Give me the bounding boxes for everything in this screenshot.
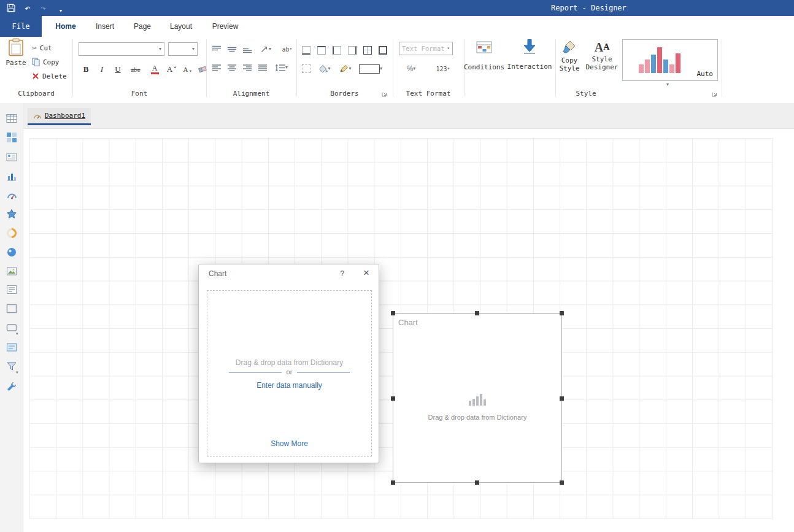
- style-dialog-launcher[interactable]: [712, 91, 719, 98]
- dialog-drop-area[interactable]: Drag & drop data from Dictionary or Ente…: [207, 290, 372, 457]
- chart-placeholder-bars: [393, 393, 561, 406]
- bold-button[interactable]: B: [79, 62, 93, 77]
- border-bottom-button[interactable]: [300, 43, 312, 58]
- border-left-button[interactable]: [331, 43, 343, 58]
- align-left-button[interactable]: [210, 60, 223, 75]
- resize-handle-e[interactable]: [560, 396, 564, 401]
- chevron-down-icon: ▾: [447, 66, 450, 71]
- font-color-button[interactable]: A: [147, 62, 162, 77]
- gallery-bar: [639, 64, 644, 73]
- filter-chevron-icon[interactable]: ▾: [16, 370, 18, 375]
- italic-button[interactable]: I: [94, 62, 109, 77]
- redo-icon[interactable]: ↷: [40, 2, 46, 14]
- format-general-button[interactable]: % ▾: [400, 61, 422, 76]
- enter-data-manually-link[interactable]: Enter data manually: [207, 381, 371, 390]
- tab-insert[interactable]: Insert: [90, 16, 120, 37]
- resize-handle-s[interactable]: [475, 480, 479, 485]
- shrink-font-button[interactable]: A▼: [180, 62, 195, 77]
- merge-cells-button[interactable]: ab ▾: [277, 42, 297, 56]
- region-map-icon[interactable]: [6, 247, 17, 258]
- border-none-button[interactable]: [300, 61, 312, 76]
- show-more-link[interactable]: Show More: [207, 439, 371, 448]
- file-tab[interactable]: File: [0, 16, 42, 37]
- text-format-combo[interactable]: Text Format ▾: [399, 42, 453, 55]
- border-color-button[interactable]: ▾: [336, 61, 355, 76]
- tab-preview[interactable]: Preview: [207, 16, 243, 37]
- clear-format-button[interactable]: [195, 62, 210, 77]
- text-rotation-icon: [260, 45, 269, 53]
- help-button[interactable]: ?: [340, 269, 344, 278]
- resize-handle-w[interactable]: [391, 396, 395, 401]
- style-gallery[interactable]: Auto: [622, 39, 718, 81]
- panel-icon[interactable]: [6, 303, 17, 314]
- dialog-launcher-icon: [712, 91, 718, 97]
- style-designer-button[interactable]: A A Style Designer: [584, 38, 620, 87]
- align-right-button[interactable]: [241, 60, 254, 75]
- line-spacing-button[interactable]: ▾: [271, 60, 292, 75]
- card-icon[interactable]: [6, 152, 17, 163]
- cut-button[interactable]: ✂ Cut: [32, 42, 52, 54]
- border-all-button[interactable]: [361, 43, 374, 58]
- border-outside-button[interactable]: [377, 43, 389, 58]
- chart-component[interactable]: Chart Drag & drop data from Dictionary: [393, 313, 562, 483]
- resize-handle-nw[interactable]: [391, 311, 395, 315]
- placeholder-bar: [472, 399, 475, 406]
- progress-icon[interactable]: [6, 228, 17, 239]
- tools-icon[interactable]: [6, 381, 17, 392]
- align-center-button[interactable]: [225, 60, 239, 75]
- align-middle-button[interactable]: [225, 42, 239, 56]
- borders-dialog-launcher[interactable]: [382, 91, 389, 98]
- tab-home[interactable]: Home: [52, 16, 80, 39]
- undo-icon[interactable]: ↶: [25, 2, 30, 14]
- resize-handle-sw[interactable]: [391, 480, 395, 485]
- align-bottom-button[interactable]: [241, 42, 254, 56]
- align-top-button[interactable]: [210, 42, 223, 56]
- group-separator: [393, 39, 393, 97]
- border-style-combo[interactable]: ▾: [356, 61, 385, 76]
- resize-handle-ne[interactable]: [560, 311, 564, 315]
- copy-style-button[interactable]: Copy Style: [556, 38, 583, 87]
- underline-button[interactable]: U: [110, 62, 125, 77]
- gauge-icon[interactable]: [6, 190, 17, 201]
- tab-layout[interactable]: Layout: [164, 16, 198, 37]
- number-format-button[interactable]: 123 ▾: [431, 61, 455, 76]
- pivot-table-icon[interactable]: [6, 132, 17, 143]
- copy-button[interactable]: Copy: [32, 56, 60, 68]
- text-icon[interactable]: [6, 284, 17, 295]
- indicator-icon[interactable]: [6, 209, 17, 220]
- save-icon[interactable]: [6, 3, 16, 13]
- grow-font-button[interactable]: A▲: [164, 62, 179, 77]
- font-name-combo[interactable]: ▾: [79, 42, 164, 56]
- strikethrough-button[interactable]: abe: [126, 62, 145, 77]
- resize-handle-se[interactable]: [560, 480, 564, 485]
- text-rotation-button[interactable]: ▾: [256, 42, 276, 56]
- paste-button[interactable]: Paste: [2, 38, 29, 87]
- delete-button[interactable]: Delete: [32, 70, 67, 82]
- style-gallery-chevron-icon[interactable]: ▾: [666, 82, 669, 87]
- image-icon[interactable]: [6, 266, 17, 277]
- close-icon[interactable]: ×: [363, 267, 369, 279]
- chevron-down-icon: ▾: [285, 65, 288, 70]
- report-designer-window: ↶ ↷ ▾ Report - Designer File Home Insert…: [0, 0, 794, 532]
- font-size-combo[interactable]: ▾: [168, 42, 198, 56]
- group-label-font: Font: [72, 90, 206, 98]
- interaction-button[interactable]: Interaction: [506, 38, 553, 87]
- resize-handle-n[interactable]: [475, 311, 479, 315]
- fill-color-button[interactable]: ▾: [315, 61, 334, 76]
- group-label-borders: Borders: [296, 90, 393, 98]
- table-icon[interactable]: [6, 113, 17, 124]
- tab-page[interactable]: Page: [129, 16, 156, 37]
- border-right-button[interactable]: [346, 43, 358, 58]
- button-icon[interactable]: [6, 342, 17, 353]
- tab-dashboard1[interactable]: Dashboard1: [28, 108, 91, 125]
- conditions-button[interactable]: Conditions: [465, 38, 503, 87]
- border-top-button[interactable]: [315, 43, 328, 58]
- chevron-down-icon: ▾: [447, 46, 450, 51]
- design-canvas[interactable]: Chart Drag & drop data from Dictionary: [23, 129, 794, 532]
- align-justify-button[interactable]: [256, 60, 269, 75]
- chart-icon[interactable]: [6, 171, 17, 182]
- interaction-icon: [522, 39, 537, 55]
- quick-access-chevron-icon[interactable]: ▾: [60, 5, 62, 17]
- shape-chevron-icon[interactable]: ▾: [16, 331, 18, 336]
- chevron-down-icon: ▾: [413, 66, 415, 71]
